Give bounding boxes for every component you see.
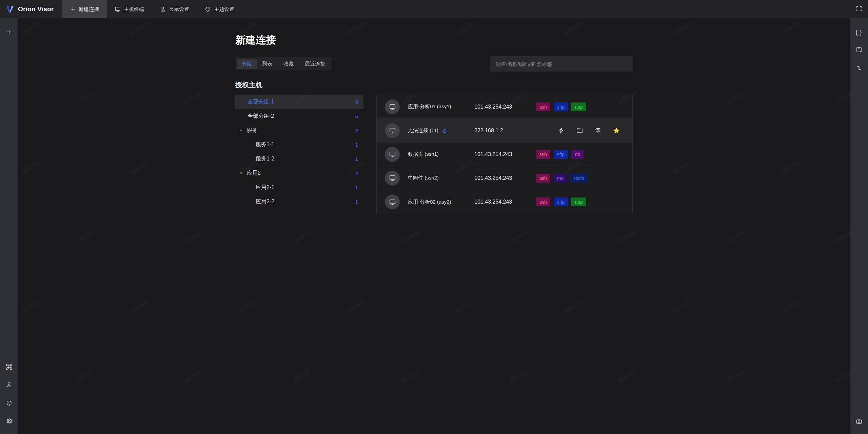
host-tags: sshmqredis: [536, 174, 588, 183]
edit-icon[interactable]: [441, 128, 447, 133]
tag-sftp: sftp: [554, 150, 568, 159]
caret-down-icon[interactable]: ▾: [240, 128, 247, 133]
tree-item[interactable]: ▾ 应用2 4: [235, 166, 363, 180]
tree-item-count: 5: [355, 99, 358, 105]
camera-icon: [856, 418, 862, 426]
host-ip: 101.43.254.243: [474, 199, 536, 205]
tree-item-count: 1: [355, 199, 358, 205]
host-list: 应用-分析01 (asy1) 101.43.254.243 sshsftpapp…: [376, 95, 633, 214]
shortcut-keys-button[interactable]: ⌘: [0, 358, 18, 376]
add-connection-button[interactable]: [0, 23, 18, 41]
tree-item-count: 4: [355, 170, 358, 176]
tree-item-label: 服务1-2: [256, 155, 274, 163]
tab-separator: [278, 61, 278, 66]
tree-item-label: 应用2-1: [256, 184, 274, 191]
host-tags: sshsftpapp: [536, 102, 586, 111]
fullscreen-icon: [856, 5, 862, 13]
tree-item[interactable]: 全部分组-2 5: [235, 109, 363, 123]
monitor-icon: [115, 6, 121, 12]
right-rail: { }: [850, 18, 868, 434]
menu-item-label: 主机终端: [124, 6, 144, 13]
palette-icon: [205, 6, 211, 12]
tree-item[interactable]: ▾ 服务 2: [235, 123, 363, 137]
host-monitor-icon: [385, 147, 400, 162]
tab-1[interactable]: 分组: [237, 59, 257, 69]
tag-ssh: ssh: [536, 197, 550, 206]
tag-db: db: [571, 150, 584, 159]
sort-vertical-icon: [856, 65, 862, 73]
host-tags: sshsftpdb: [536, 150, 584, 159]
tree-item[interactable]: 应用2-2 1: [235, 194, 363, 209]
tree-item[interactable]: 服务1-1 1: [235, 137, 363, 152]
display-settings-button[interactable]: [0, 376, 18, 395]
host-name: 无法连接 (11): [408, 127, 438, 134]
settings-button[interactable]: [0, 413, 18, 431]
fullscreen-button[interactable]: [850, 0, 868, 18]
app-logo[interactable]: Orion Visor: [0, 5, 62, 14]
host-tags: sshsftpapp: [536, 197, 586, 206]
screenshot-button[interactable]: [850, 413, 868, 431]
palette-icon: [6, 400, 12, 408]
tree-item-label: 全部分组-1: [248, 98, 274, 106]
host-row[interactable]: 数据库 (ssh1) 101.43.254.243 sshsftpdb: [377, 143, 632, 166]
host-row[interactable]: 无法连接 (11) 222.168.1.2: [377, 119, 632, 143]
host-name: 应用-分析02 (asy2): [408, 199, 451, 205]
plus-icon: [6, 29, 12, 36]
section-heading: 授权主机: [235, 80, 633, 90]
host-row[interactable]: 应用-分析01 (asy1) 101.43.254.243 sshsftpapp: [377, 95, 632, 119]
tree-item-count: 1: [355, 185, 358, 190]
tag-app: app: [571, 102, 586, 111]
menu-item-monitor[interactable]: 主机终端: [107, 0, 152, 18]
favorite-action-icon[interactable]: [613, 127, 620, 134]
theme-settings-button[interactable]: [0, 395, 18, 413]
host-monitor-icon: [385, 171, 400, 186]
bookmark-doc-button[interactable]: [850, 41, 868, 60]
tag-ssh: ssh: [536, 174, 550, 183]
tree-item[interactable]: 全部分组-1 5: [235, 95, 363, 109]
plus-icon: [70, 6, 76, 12]
tree-item-label: 服务1-1: [256, 141, 274, 148]
host-name: 应用-分析01 (asy1): [408, 103, 451, 110]
stamp-icon: [160, 6, 166, 12]
topbar: Orion Visor 新建连接 主机终端 显示设置 主题设置: [0, 0, 868, 18]
terminal-action-icon[interactable]: [558, 127, 565, 134]
tree-item-count: 1: [355, 142, 358, 148]
orion-visor-logo-icon: [5, 5, 15, 14]
host-ip: 101.43.254.243: [474, 104, 536, 110]
menu-item-palette[interactable]: 主题设置: [197, 0, 242, 18]
menu-item-plus[interactable]: 新建连接: [62, 0, 107, 18]
stamp-icon: [6, 382, 12, 390]
doc-bookmark-icon: [856, 46, 862, 55]
toolbar: 分组 列表 收藏 最近连接: [235, 56, 633, 72]
tag-sftp: sftp: [554, 197, 568, 206]
tree-item-label: 应用2-2: [256, 198, 274, 205]
gear-icon: [6, 418, 13, 427]
tab-3[interactable]: 收藏: [278, 59, 299, 69]
menu-item-label: 显示设置: [169, 6, 189, 13]
menu-item-stamp[interactable]: 显示设置: [152, 0, 197, 18]
left-rail: ⌘: [0, 18, 18, 434]
host-actions: [558, 127, 624, 134]
tree-item[interactable]: 应用2-1 1: [235, 180, 363, 194]
tab-2[interactable]: 列表: [257, 59, 277, 69]
page-title: 新建连接: [235, 33, 633, 47]
command-icon: ⌘: [5, 362, 13, 372]
tag-mq: mq: [554, 174, 567, 183]
host-monitor-icon: [385, 123, 400, 138]
host-row[interactable]: 应用-分析02 (asy2) 101.43.254.243 sshsftpapp: [377, 190, 632, 214]
folder-action-icon[interactable]: [576, 127, 583, 134]
host-ip: 101.43.254.243: [474, 151, 536, 157]
settings-action-icon[interactable]: [594, 127, 601, 134]
tree-item[interactable]: 服务1-2 1: [235, 152, 363, 166]
sort-button[interactable]: [850, 60, 868, 78]
caret-down-icon[interactable]: ▾: [240, 171, 247, 175]
json-view-button[interactable]: { }: [850, 23, 868, 41]
tag-ssh: ssh: [536, 102, 550, 111]
tree-item-count: 1: [355, 156, 358, 162]
search-input[interactable]: [490, 56, 633, 72]
tag-app: app: [571, 197, 586, 206]
group-tree: 全部分组-1 5 全部分组-2 5 ▾ 服务 2 服务1-1 1 服务1-2 1…: [235, 95, 363, 209]
host-row[interactable]: 中间件 (ssh2) 101.43.254.243 sshmqredis: [377, 166, 632, 190]
host-ip: 222.168.1.2: [474, 128, 536, 134]
tab-4[interactable]: 最近连接: [300, 59, 330, 69]
